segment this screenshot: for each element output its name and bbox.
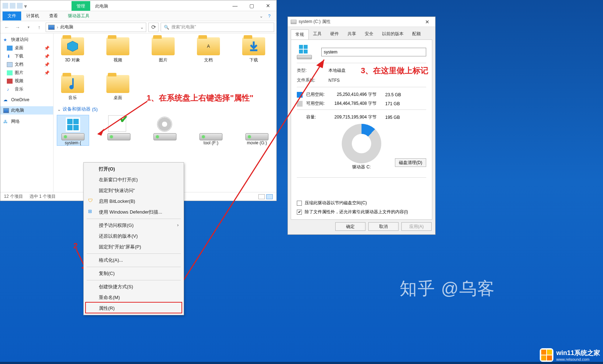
search-input[interactable]: 🔍 搜索"此电脑" xyxy=(161,23,274,32)
drive-icon xyxy=(291,20,296,24)
capacity-label: 容量: xyxy=(306,114,331,120)
disk-cleanup-button[interactable]: 磁盘清理(D) xyxy=(395,158,426,167)
sidebar-videos[interactable]: 视频 xyxy=(0,77,53,85)
ok-button[interactable]: 确定 xyxy=(335,222,365,231)
ribbon-tab-computer[interactable]: 计算机 xyxy=(21,11,44,20)
apply-button[interactable]: 应用(A) xyxy=(401,222,432,231)
nav-forward-button[interactable]: → xyxy=(13,23,22,32)
address-bar[interactable]: › 此电脑 ⌄ xyxy=(46,23,146,32)
ctx-pin-quick-access[interactable]: 固定到"快速访问" xyxy=(84,185,183,196)
drive-tool-f[interactable]: tool (F:) xyxy=(195,115,227,145)
sidebar-pictures[interactable]: 图片📌 xyxy=(0,69,53,77)
ctx-bitlocker[interactable]: 🛡启用 BitLocker(B) xyxy=(84,196,183,207)
address-dropdown-icon[interactable]: ⌄ xyxy=(140,25,144,30)
ribbon-tab-file[interactable]: 文件 xyxy=(3,11,21,20)
ctx-restore-previous[interactable]: 还原以前的版本(V) xyxy=(84,231,183,242)
free-swatch xyxy=(297,101,303,107)
defender-icon: ⊞ xyxy=(88,209,95,215)
properties-tabs: 常规 工具 硬件 共享 安全 以前的版本 配额 xyxy=(288,27,435,39)
ribbon-expand-icon[interactable]: ⌄ xyxy=(259,14,263,19)
titlebar[interactable]: ▾ 管理 此电脑 — ▢ ✕ xyxy=(0,0,276,11)
ribbon-tabs: 文件 计算机 查看 驱动器工具 ⌄? xyxy=(0,11,276,21)
status-item-count: 12 个项目 xyxy=(4,193,23,200)
index-label: 除了文件属性外，还允许索引此驱动器上文件的内容(I) xyxy=(305,209,408,215)
sidebar-music[interactable]: ♪音乐 xyxy=(0,85,53,93)
ctx-properties[interactable]: 属性(R) xyxy=(84,303,183,314)
index-checkbox[interactable] xyxy=(297,210,302,215)
help-icon[interactable]: ? xyxy=(268,14,271,19)
window-title: 此电脑 xyxy=(90,1,113,11)
usage-pie-chart xyxy=(342,124,381,163)
ctx-format[interactable]: 格式化(A)... xyxy=(84,255,183,266)
ribbon-context-tab-manage[interactable]: 管理 xyxy=(72,1,90,11)
view-large-icon[interactable] xyxy=(266,194,273,199)
drive-dvd[interactable]: x xyxy=(149,115,181,145)
tab-quota[interactable]: 配额 xyxy=(408,29,425,39)
volume-label-input[interactable] xyxy=(321,48,426,56)
used-swatch xyxy=(297,92,303,98)
tab-sharing[interactable]: 共享 xyxy=(343,29,360,39)
used-bytes: 25,250,410,496 字节 xyxy=(331,92,385,98)
folder-desktop[interactable]: 桌面 xyxy=(102,73,133,101)
drive-system-c[interactable]: system ( xyxy=(57,115,89,145)
ctx-grant-access[interactable]: 授予访问权限(G)› xyxy=(84,220,183,231)
section-devices-drives[interactable]: ⌄ 设备和驱动器 (5) xyxy=(57,106,273,112)
address-crumb[interactable]: 此电脑 xyxy=(60,24,73,30)
sidebar-network[interactable]: 🖧网络 xyxy=(0,117,53,126)
annotation-2-text: 2 xyxy=(73,241,78,251)
nav-back-button[interactable]: ← xyxy=(3,23,11,32)
ctx-copy[interactable]: 复制(C) xyxy=(84,268,183,279)
sidebar-this-pc[interactable]: 此电脑 xyxy=(0,106,53,115)
minimize-button[interactable]: — xyxy=(227,0,243,11)
quick-access-toolbar[interactable]: ▾ xyxy=(0,3,28,9)
folder-documents[interactable]: A文档 xyxy=(193,36,224,63)
view-details-icon[interactable] xyxy=(258,194,265,199)
tab-general[interactable]: 常规 xyxy=(291,29,309,40)
properties-dialog: system (C:) 属性 ✕ 常规 工具 硬件 共享 安全 以前的版本 配额… xyxy=(287,17,436,235)
ctx-defender-scan[interactable]: ⊞使用 Windows Defender扫描... xyxy=(84,207,183,218)
folder-videos[interactable]: 视频 xyxy=(102,36,133,63)
nav-history-button[interactable]: ▾ xyxy=(24,23,33,32)
ctx-open-new-window[interactable]: 在新窗口中打开(E) xyxy=(84,174,183,185)
site-logo-icon xyxy=(540,348,553,362)
tab-tools[interactable]: 工具 xyxy=(309,29,326,39)
folder-3d-objects[interactable]: 3D 对象 xyxy=(57,36,88,63)
sidebar-download[interactable]: ⬇下载📌 xyxy=(0,52,53,60)
nav-up-button[interactable]: ↑ xyxy=(35,23,43,32)
properties-close-button[interactable]: ✕ xyxy=(422,19,432,25)
ribbon-tab-drive-tools[interactable]: 驱动器工具 xyxy=(63,11,95,20)
folder-download[interactable]: 下载 xyxy=(238,36,269,63)
capacity-gb: 195 GB xyxy=(385,115,407,120)
tab-security[interactable]: 安全 xyxy=(360,29,378,39)
ctx-open[interactable]: 打开(O) xyxy=(84,164,183,174)
sidebar-onedrive[interactable]: ☁OneDrive xyxy=(0,96,53,103)
sidebar-documents[interactable]: 文档📌 xyxy=(0,60,53,69)
type-value: 本地磁盘 xyxy=(328,67,346,74)
watermark-zhihu: 知乎 @乌客 xyxy=(400,277,495,300)
properties-title: system (C:) 属性 xyxy=(299,19,331,25)
tab-hardware[interactable]: 硬件 xyxy=(326,29,343,39)
properties-titlebar[interactable]: system (C:) 属性 ✕ xyxy=(288,17,435,27)
shield-icon: 🛡 xyxy=(88,198,95,204)
status-selected: 选中 1 个项目 xyxy=(29,193,56,200)
folder-pictures[interactable]: 图片 xyxy=(148,36,179,63)
cancel-button[interactable]: 取消 xyxy=(368,222,399,231)
close-button[interactable]: ✕ xyxy=(260,0,276,11)
ctx-pin-start[interactable]: 固定到"开始"屏幕(P) xyxy=(84,242,183,252)
taskbar[interactable] xyxy=(0,362,603,364)
ribbon-tab-view[interactable]: 查看 xyxy=(44,11,63,20)
compress-checkbox[interactable] xyxy=(297,201,302,206)
address-bar-row: ← → ▾ ↑ › 此电脑 ⌄ ⟳ 🔍 搜索"此电脑" xyxy=(0,21,276,33)
used-gb: 23.5 GB xyxy=(385,92,407,97)
refresh-button[interactable]: ⟳ xyxy=(148,23,158,32)
tab-previous-versions[interactable]: 以前的版本 xyxy=(378,29,408,39)
drive-soft[interactable]: x xyxy=(103,115,135,145)
folder-music[interactable]: 音乐 xyxy=(57,73,88,101)
ctx-rename[interactable]: 重命名(M) xyxy=(84,292,183,303)
maximize-button[interactable]: ▢ xyxy=(243,0,260,11)
ctx-create-shortcut[interactable]: 创建快捷方式(S) xyxy=(84,281,183,292)
nav-sidebar: ★快速访问 桌面📌 ⬇下载📌 文档📌 图片📌 视频 ♪音乐 ☁OneDrive … xyxy=(0,33,54,192)
sidebar-quick-access[interactable]: ★快速访问 xyxy=(0,36,53,44)
drive-movie-g[interactable]: movie (G:) xyxy=(241,115,273,145)
sidebar-desktop[interactable]: 桌面📌 xyxy=(0,44,53,52)
